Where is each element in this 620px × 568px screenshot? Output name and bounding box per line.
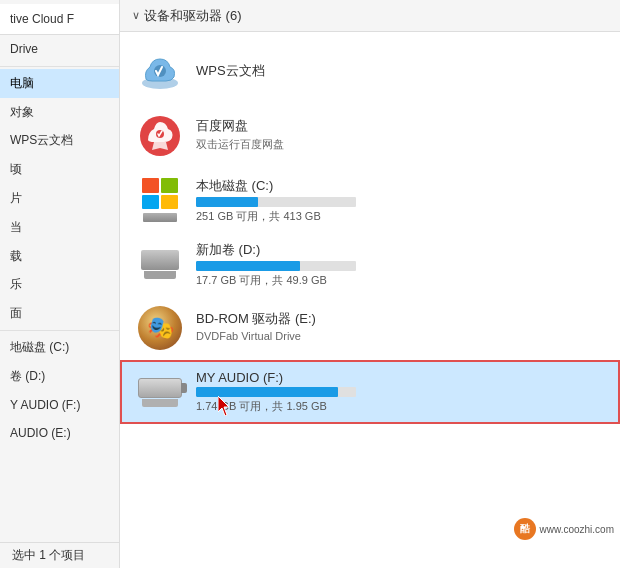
item10-label: 面	[10, 306, 22, 320]
item7-label: 当	[10, 220, 22, 234]
item5-label: 顷	[10, 162, 22, 176]
sidebar-item-item10[interactable]: 面	[0, 299, 119, 328]
e-drive-icon: 🎭	[136, 304, 184, 352]
sidebar-item-objects[interactable]: 对象	[0, 98, 119, 127]
sidebar-item-computer[interactable]: 电脑	[0, 69, 119, 98]
f-drive-progress-container	[196, 387, 356, 397]
wps-cloud-info: WPS云文档	[196, 62, 604, 82]
sidebar-item-wps-cloud[interactable]: WPS云文档	[0, 126, 119, 155]
d-drive-label: 卷 (D:)	[10, 369, 45, 383]
objects-label: 对象	[10, 105, 34, 119]
c-drive-progress-fill	[196, 197, 258, 207]
d-drive-info: 新加卷 (D:) 17.7 GB 可用，共 49.9 GB	[196, 241, 604, 288]
sidebar-item-d-drive[interactable]: 卷 (D:)	[0, 362, 119, 391]
f-drive-icon	[136, 368, 184, 416]
drive-item-e[interactable]: 🎭 BD-ROM 驱动器 (E:) DVDFab Virtual Drive	[120, 296, 620, 360]
watermark-logo-text: 酷	[520, 522, 530, 536]
main-header: ∨ 设备和驱动器 (6)	[120, 0, 620, 32]
sidebar-divider-2	[0, 330, 119, 331]
chevron-icon: ∨	[132, 9, 140, 22]
section-title: 设备和驱动器 (6)	[144, 7, 242, 25]
watermark-logo: 酷	[514, 518, 536, 540]
d-drive-progress-container	[196, 261, 356, 271]
c-drive-label: 地磁盘 (C:)	[10, 340, 69, 354]
drive-label: Drive	[10, 42, 38, 56]
sidebar-item-item8[interactable]: 载	[0, 242, 119, 271]
item8-label: 载	[10, 249, 22, 263]
sidebar-divider-1	[0, 66, 119, 67]
c-drive-info: 本地磁盘 (C:) 251 GB 可用，共 413 GB	[196, 177, 604, 224]
e-drive-info: BD-ROM 驱动器 (E:) DVDFab Virtual Drive	[196, 310, 604, 346]
drives-list: WPS云文档 百度网盘 双击运行百度网盘	[120, 32, 620, 568]
e-drive-subname: DVDFab Virtual Drive	[196, 330, 604, 342]
watermark-url: www.coozhi.com	[538, 523, 616, 536]
c-drive-icon	[136, 176, 184, 224]
wps-cloud-icon	[136, 48, 184, 96]
drive-item-c[interactable]: 本地磁盘 (C:) 251 GB 可用，共 413 GB	[120, 168, 620, 232]
d-drive-space: 17.7 GB 可用，共 49.9 GB	[196, 273, 604, 288]
sidebar-item-c-drive[interactable]: 地磁盘 (C:)	[0, 333, 119, 362]
sidebar-status: 选中 1 个项目	[0, 542, 119, 568]
watermark: 酷 www.coozhi.com	[514, 518, 616, 540]
e-drive-name: BD-ROM 驱动器 (E:)	[196, 310, 604, 328]
sidebar-item-item6[interactable]: 片	[0, 184, 119, 213]
baidu-name: 百度网盘	[196, 117, 604, 135]
drive-item-f[interactable]: MY AUDIO (F:) 1.74 GB 可用，共 1.95 GB	[120, 360, 620, 424]
f-drive-progress-fill	[196, 387, 338, 397]
sidebar: tive Cloud F Drive 电脑 对象 WPS云文档 顷 片 当 载 …	[0, 0, 120, 568]
drive-item-baidu[interactable]: 百度网盘 双击运行百度网盘	[120, 104, 620, 168]
drive-item-d[interactable]: 新加卷 (D:) 17.7 GB 可用，共 49.9 GB	[120, 232, 620, 296]
sidebar-item-item9[interactable]: 乐	[0, 270, 119, 299]
f-drive-space: 1.74 GB 可用，共 1.95 GB	[196, 399, 604, 414]
c-drive-name: 本地磁盘 (C:)	[196, 177, 604, 195]
e-drive-label: AUDIO (E:)	[10, 426, 71, 440]
computer-label: 电脑	[10, 76, 34, 90]
baidu-icon	[136, 112, 184, 160]
d-drive-name: 新加卷 (D:)	[196, 241, 604, 259]
main-content: ∨ 设备和驱动器 (6) WPS云文档	[120, 0, 620, 568]
status-text: 选中 1 个项目	[12, 547, 85, 564]
sidebar-item-f-drive[interactable]: Y AUDIO (F:)	[0, 391, 119, 420]
item9-label: 乐	[10, 277, 22, 291]
sidebar-item-drive[interactable]: Drive	[0, 35, 119, 64]
sidebar-item-item5[interactable]: 顷	[0, 155, 119, 184]
sidebar-item-item7[interactable]: 当	[0, 213, 119, 242]
sidebar-top-section: tive Cloud F	[0, 4, 119, 35]
f-drive-name: MY AUDIO (F:)	[196, 370, 604, 385]
item6-label: 片	[10, 191, 22, 205]
wps-cloud-name: WPS云文档	[196, 62, 604, 80]
c-drive-progress-container	[196, 197, 356, 207]
sidebar-item-e-drive[interactable]: AUDIO (E:)	[0, 419, 119, 448]
d-drive-progress-fill	[196, 261, 300, 271]
f-drive-label: Y AUDIO (F:)	[10, 398, 80, 412]
creative-cloud-label: tive Cloud F	[10, 12, 74, 26]
c-drive-space: 251 GB 可用，共 413 GB	[196, 209, 604, 224]
drive-item-wps-cloud[interactable]: WPS云文档	[120, 40, 620, 104]
f-drive-info: MY AUDIO (F:) 1.74 GB 可用，共 1.95 GB	[196, 370, 604, 414]
baidu-info: 百度网盘 双击运行百度网盘	[196, 117, 604, 156]
baidu-subname: 双击运行百度网盘	[196, 137, 604, 152]
wps-cloud-label: WPS云文档	[10, 133, 73, 147]
d-drive-icon	[136, 240, 184, 288]
